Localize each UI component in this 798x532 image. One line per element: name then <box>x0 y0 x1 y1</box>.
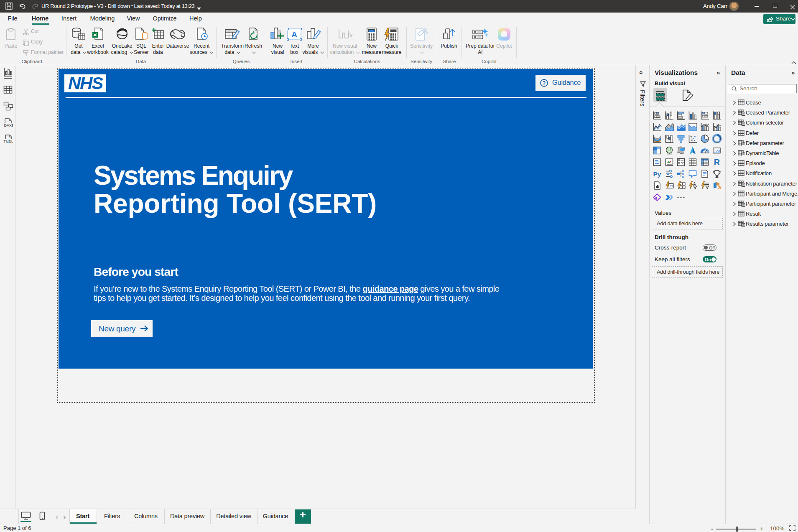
svg-text:DAX: DAX <box>4 123 12 127</box>
svg-text:fx: fx <box>348 31 353 38</box>
svg-text:A: A <box>693 182 696 186</box>
svg-text:?: ? <box>543 80 546 86</box>
svg-text:TMDL: TMDL <box>4 140 13 144</box>
svg-text:Py: Py <box>653 171 661 178</box>
svg-text:A: A <box>291 30 297 39</box>
svg-text:R: R <box>714 158 720 167</box>
svg-text:123: 123 <box>714 149 720 153</box>
